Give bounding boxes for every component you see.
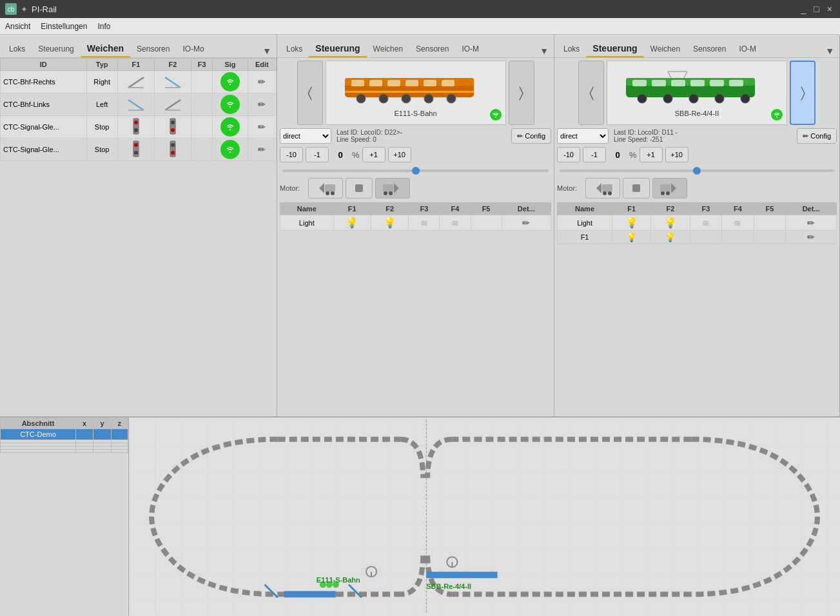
func-det-f1-right[interactable]: ✏ <box>786 231 837 244</box>
func-f2-light-right[interactable]: 💡 <box>651 215 690 231</box>
tab-right-loks[interactable]: Loks <box>557 42 586 57</box>
tab-left-weichen[interactable]: Weichen <box>81 41 130 57</box>
speed-minus1-mid[interactable]: -1 <box>306 147 329 162</box>
tab-left-sensoren[interactable]: Sensoren <box>130 42 176 57</box>
beam-icon-right: ≋ <box>702 218 710 228</box>
func-f4-light-mid[interactable]: ≋ <box>440 215 471 231</box>
close-button[interactable]: × <box>825 4 835 14</box>
row2-edit[interactable]: ✏ <box>248 93 276 116</box>
row4-edit[interactable]: ✏ <box>248 139 276 161</box>
speed-minus10-right[interactable]: -10 <box>557 147 580 162</box>
motor-rev-right[interactable] <box>585 178 620 198</box>
speed-minus1-right[interactable]: -1 <box>583 147 606 162</box>
abschnitt-row-ctc[interactable]: CTC-Demo <box>1 429 128 440</box>
edit-pen-4[interactable]: ✏ <box>258 144 266 155</box>
speed-plus1-right[interactable]: +1 <box>640 147 663 162</box>
prev-loco-right[interactable]: 〈 <box>578 61 604 125</box>
svg-point-64 <box>776 116 777 117</box>
wifi-icon-right <box>773 111 781 119</box>
mode-select-right[interactable]: direct <box>557 128 609 144</box>
mode-select-mid[interactable]: direct <box>280 128 331 144</box>
func-f2-light-mid[interactable]: 💡 <box>371 215 409 231</box>
edit-func-f1-icon-right[interactable]: ✏ <box>807 232 815 242</box>
func-det-light-mid[interactable]: ✏ <box>502 215 551 231</box>
row1-sig[interactable] <box>213 71 248 93</box>
tab-right-sensoren[interactable]: Sensoren <box>687 42 732 57</box>
wifi-btn-2[interactable] <box>220 95 240 114</box>
row4-sig[interactable] <box>213 139 248 161</box>
motor-stop-mid[interactable] <box>346 178 373 198</box>
wifi-btn-3[interactable] <box>220 117 240 137</box>
func-f3-light-right[interactable]: ≋ <box>690 215 722 231</box>
next-loco-right[interactable]: 〉 <box>790 61 816 125</box>
tab-mid-loks[interactable]: Loks <box>280 42 309 57</box>
tab-left-steuerung[interactable]: Steuerung <box>32 42 80 57</box>
motor-stop-right[interactable] <box>623 178 650 198</box>
tab-right-weichen[interactable]: Weichen <box>644 42 687 57</box>
loco-name-right: SBB-Re-4/4-II <box>675 110 719 117</box>
svg-rect-31 <box>442 80 454 86</box>
edit-pen-2[interactable]: ✏ <box>258 99 266 110</box>
row3-edit[interactable]: ✏ <box>248 116 276 139</box>
speed-plus10-right[interactable]: +10 <box>665 147 689 162</box>
row3-sig[interactable] <box>213 116 248 139</box>
tab-mid-steuerung[interactable]: Steuerung <box>309 41 366 57</box>
next-loco-mid[interactable]: 〉 <box>509 61 534 125</box>
edit-func-icon-right[interactable]: ✏ <box>807 218 815 228</box>
menu-ansicht[interactable]: Ansicht <box>5 22 30 31</box>
motor-fwd-right[interactable] <box>652 178 687 198</box>
maximize-button[interactable]: □ <box>811 4 821 14</box>
main-content: Loks Steuerung Weichen Sensoren IO-Mo ▼ … <box>0 35 840 616</box>
speed-slider-mid[interactable] <box>282 169 549 172</box>
wifi-btn-4[interactable] <box>220 140 240 159</box>
func-f2-f1-right[interactable]: 💡 <box>651 231 690 244</box>
grid-bg <box>129 420 840 614</box>
train2-label: SBB-Re-4/4-II <box>426 582 471 590</box>
row1-edit[interactable]: ✏ <box>248 71 276 93</box>
menu-einstellungen[interactable]: Einstellungen <box>41 22 87 31</box>
bulb-off-icon-right: 💡 <box>625 217 638 228</box>
edit-func-icon-mid[interactable]: ✏ <box>522 218 530 228</box>
func-f3-light-mid[interactable]: ≋ <box>409 215 440 231</box>
row2-sig[interactable] <box>213 93 248 116</box>
speed-plus1-mid[interactable]: +1 <box>362 147 386 162</box>
func-det-light-right[interactable]: ✏ <box>786 215 837 231</box>
speed-plus10-mid[interactable]: +10 <box>388 147 411 162</box>
prev-loco-mid[interactable]: 〈 <box>297 61 323 125</box>
func-f1-f1-right[interactable]: 💡 <box>612 231 651 244</box>
tab-left-loks[interactable]: Loks <box>3 42 32 57</box>
tab-scroll-left[interactable]: ▼ <box>260 44 274 57</box>
motor-rev-mid[interactable] <box>308 178 343 198</box>
tab-scroll-right[interactable]: ▼ <box>823 44 837 57</box>
signal-svg-4b <box>166 140 179 158</box>
func-f4-light-right[interactable]: ≋ <box>722 215 754 231</box>
menu-info[interactable]: Info <box>97 22 110 31</box>
switch-icon-2b <box>162 95 183 113</box>
edit-pen-1[interactable]: ✏ <box>258 77 266 87</box>
left-switch-svg-1 <box>164 73 182 90</box>
config-btn-mid[interactable]: ✏ Config <box>511 128 551 144</box>
signal-svg-4a <box>130 140 142 158</box>
func-f1-light-right[interactable]: 💡 <box>612 215 651 231</box>
abschnitt-x <box>75 429 93 440</box>
loco-name-mid: E111-S-Bahn <box>394 110 436 117</box>
minimize-button[interactable]: _ <box>799 4 809 14</box>
edit-pen-3[interactable]: ✏ <box>258 122 266 132</box>
wifi-btn-1[interactable] <box>220 72 240 91</box>
tab-scroll-mid[interactable]: ▼ <box>537 44 551 57</box>
wifi-icon-3 <box>226 122 235 131</box>
tab-right-steuerung[interactable]: Steuerung <box>586 41 643 57</box>
tab-left-iomo[interactable]: IO-Mo <box>176 42 210 57</box>
tab-mid-sensoren[interactable]: Sensoren <box>409 42 455 57</box>
titlebar-controls[interactable]: _ □ × <box>799 4 835 14</box>
svg-rect-37 <box>345 91 474 93</box>
motor-fwd-mid[interactable] <box>375 178 410 198</box>
tab-right-iom[interactable]: IO-M <box>732 42 763 57</box>
func-f1-light-mid[interactable]: 💡 <box>333 215 371 231</box>
speed-minus10-mid[interactable]: -10 <box>280 147 303 162</box>
speed-slider-right[interactable] <box>560 169 834 172</box>
config-btn-right[interactable]: ✏ Config <box>797 128 837 144</box>
tab-mid-weichen[interactable]: Weichen <box>367 42 409 57</box>
tab-mid-iom[interactable]: IO-M <box>455 42 485 57</box>
signal-svg-3b <box>166 117 179 135</box>
